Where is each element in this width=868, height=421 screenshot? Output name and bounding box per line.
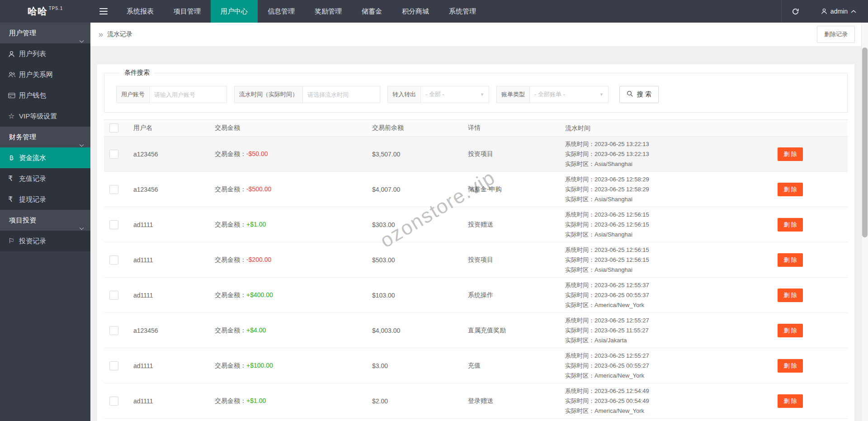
- sidebar-item-label: VIP等级设置: [19, 112, 57, 121]
- row-amount: 交易金额：+$400.00: [208, 291, 364, 299]
- row-checkbox[interactable]: [109, 255, 118, 265]
- sidebar-item[interactable]: 资金流水: [0, 147, 90, 168]
- row-delete-button[interactable]: 删 除: [778, 324, 803, 337]
- nav-item-label: 奖励管理: [315, 7, 342, 15]
- row-checkbox[interactable]: [109, 185, 118, 194]
- nav-item[interactable]: 储蓄金: [352, 0, 392, 23]
- row-detail: 投资项目: [461, 150, 565, 158]
- row-delete-button[interactable]: 删 除: [778, 218, 803, 232]
- nav-item[interactable]: 积分商城: [392, 0, 439, 23]
- real-time-label: 实际时间：: [565, 256, 594, 263]
- timezone-label: 实际时区：: [565, 372, 594, 379]
- type-select[interactable]: - 全部账单 - ▼: [529, 86, 609, 103]
- sidebar-group[interactable]: 财务管理: [0, 127, 90, 147]
- select-all-checkbox[interactable]: [109, 123, 118, 132]
- person-icon: [821, 8, 827, 14]
- sidebar-item[interactable]: 用户列表: [0, 43, 90, 64]
- nav-item[interactable]: 奖励管理: [305, 0, 352, 23]
- direction-select[interactable]: - 全部 - ▼: [420, 86, 489, 103]
- header-time: 流水时间: [565, 123, 769, 133]
- sidebar-group[interactable]: 项目投资: [0, 210, 90, 231]
- sidebar-group-label: 用户管理: [9, 29, 36, 37]
- sys-time-value: 2023-06-25 12:55:27: [594, 317, 649, 324]
- sidebar-item[interactable]: ☆ VIP等级设置: [0, 106, 90, 127]
- nav-item[interactable]: 系统管理: [439, 0, 486, 23]
- amount-value: +$100.00: [246, 362, 273, 369]
- refresh-icon[interactable]: [781, 0, 809, 23]
- row-detail: 直属充值奖励: [461, 326, 565, 335]
- nav-item[interactable]: 信息管理: [258, 0, 305, 23]
- main-content: » 流水记录 删除记录 条件搜索 用户账号 流水时间（实际时间） 转入转出 - …: [90, 23, 861, 421]
- table-row: ad1111 交易金额：+$1.00 $2.00 登录赠送 系统时间：2023-…: [104, 383, 848, 419]
- row-delete-button[interactable]: 删 除: [778, 359, 803, 373]
- bitcoin-icon: [8, 155, 19, 161]
- sys-time-label: 系统时间：: [565, 317, 594, 324]
- scrollbar-thumb[interactable]: [862, 47, 868, 237]
- row-checkbox[interactable]: [109, 220, 118, 229]
- sidebar-menu: 用户管理 用户列表 用户关系网 用户钱包 ☆ VIP等级设置 财务管理 资金流水…: [0, 23, 90, 251]
- table-row: ad1111 交易金额：+$100.00 $3.00 充值 系统时间：2023-…: [104, 348, 848, 383]
- row-checkbox[interactable]: [109, 291, 118, 300]
- row-username: ad1111: [124, 221, 208, 228]
- real-time-label: 实际时间：: [565, 151, 594, 157]
- hamburger-icon[interactable]: [90, 0, 117, 23]
- sys-time-label: 系统时间：: [565, 352, 594, 359]
- sidebar-group-label: 财务管理: [9, 133, 36, 141]
- row-time: 系统时间：2023-06-25 13:22:13 实际时间：2023-06-25…: [565, 139, 769, 169]
- sidebar-item[interactable]: 用户关系网: [0, 64, 90, 85]
- type-field-label: 账单类型: [496, 86, 529, 103]
- real-time-value: 2023-06-25 11:55:27: [594, 327, 649, 334]
- amount-value: +$4.00: [246, 326, 266, 334]
- amount-label: 交易金额：: [215, 326, 246, 334]
- header-detail: 详情: [461, 124, 565, 132]
- sidebar-group[interactable]: 用户管理: [0, 23, 90, 43]
- row-delete-button[interactable]: 删 除: [778, 289, 803, 302]
- sidebar-item[interactable]: ₹ 提现记录: [0, 189, 90, 210]
- nav-item[interactable]: 系统报表: [117, 0, 164, 23]
- search-button[interactable]: 搜 索: [619, 86, 659, 103]
- amount-label: 交易金额：: [215, 397, 246, 404]
- sys-time-value: 2023-06-25 12:56:15: [594, 246, 649, 253]
- nav-item-label: 系统报表: [127, 7, 154, 15]
- row-checkbox[interactable]: [109, 361, 118, 370]
- user-menu[interactable]: admin: [809, 0, 868, 23]
- table-row: ad1111 交易金额：+$400.00 $103.00 系统操作 系统时间：2…: [104, 278, 848, 313]
- nav-item-label: 信息管理: [268, 7, 295, 15]
- time-input[interactable]: [302, 86, 380, 103]
- real-time-label: 实际时间：: [565, 292, 594, 298]
- chevron-down-icon: [79, 134, 84, 155]
- row-delete-button[interactable]: 删 除: [778, 394, 803, 408]
- row-time: 系统时间：2023-06-25 12:55:27 实际时间：2023-06-25…: [565, 351, 769, 381]
- sidebar-item[interactable]: 用户钱包: [0, 85, 90, 106]
- nav-item[interactable]: 用户中心: [211, 0, 258, 23]
- row-username: ad1111: [124, 362, 208, 369]
- sidebar-item[interactable]: ₹ 充值记录: [0, 168, 90, 189]
- row-delete-button[interactable]: 删 除: [778, 183, 803, 196]
- real-time-label: 实际时间：: [565, 186, 594, 193]
- timezone-label: 实际时区：: [565, 337, 594, 344]
- sidebar-item-label: 用户列表: [19, 50, 46, 58]
- sys-time-value: 2023-06-25 12:56:15: [594, 211, 649, 218]
- row-delete-button[interactable]: 删 除: [778, 253, 803, 267]
- amount-value: -$500.00: [246, 185, 271, 193]
- row-checkbox[interactable]: [109, 150, 118, 159]
- row-delete-button[interactable]: 删 除: [778, 147, 803, 161]
- account-input[interactable]: [149, 86, 227, 103]
- page-scrollbar: [861, 23, 868, 421]
- row-amount: 交易金额：-$50.00: [208, 150, 364, 158]
- amount-label: 交易金额：: [215, 362, 246, 369]
- sys-time-value: 2023-06-25 12:54:49: [594, 388, 649, 394]
- amount-value: +$1.00: [246, 397, 266, 404]
- app-logo: 哈哈TP5.1: [0, 0, 90, 23]
- delete-records-button[interactable]: 删除记录: [817, 26, 855, 43]
- direction-field-group: 转入转出 - 全部 - ▼: [387, 86, 489, 103]
- amount-label: 交易金额：: [215, 221, 246, 228]
- sidebar-item-label: 充值记录: [19, 175, 46, 183]
- app-logo-badge: TP5.1: [49, 6, 63, 11]
- row-checkbox[interactable]: [109, 326, 118, 335]
- nav-item[interactable]: 项目管理: [164, 0, 211, 23]
- row-checkbox[interactable]: [109, 397, 118, 406]
- row-time: 系统时间：2023-06-25 12:58:29 实际时间：2023-06-25…: [565, 175, 769, 204]
- sidebar-item[interactable]: ⚐ 投资记录: [0, 231, 90, 251]
- row-username: ad1111: [124, 292, 208, 299]
